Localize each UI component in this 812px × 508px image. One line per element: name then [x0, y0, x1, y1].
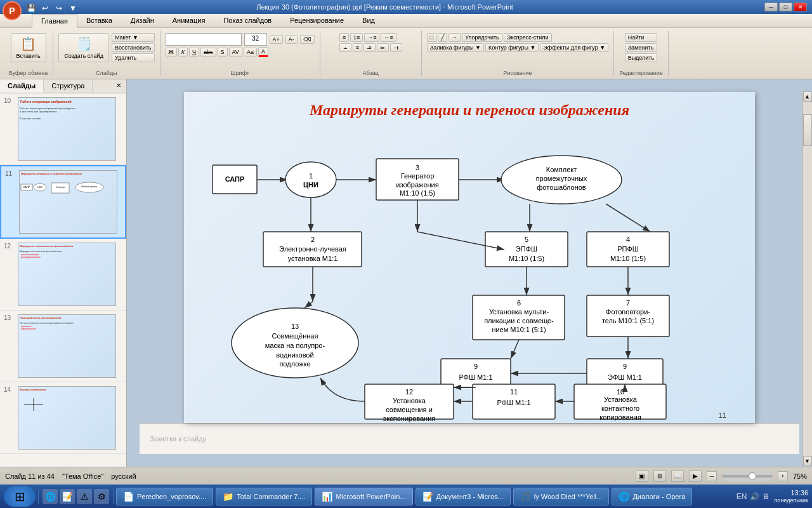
tab-slides[interactable]: Слайды — [0, 79, 44, 93]
tab-home[interactable]: Главная — [32, 14, 77, 28]
font-color-button[interactable]: A — [258, 47, 268, 57]
office-button[interactable]: P — [3, 1, 22, 20]
svg-text:7: 7 — [626, 299, 630, 307]
find-button[interactable]: Найти — [625, 33, 658, 42]
restore-button[interactable]: Восстановить — [112, 43, 155, 52]
reading-view-btn[interactable]: 📖 — [671, 471, 684, 482]
ql-settings[interactable]: ⚙ — [94, 489, 109, 504]
svg-text:нием М10:1 (5:1): нием М10:1 (5:1) — [492, 326, 546, 333]
slide-thumb-11[interactable]: 11 Маршруты генерации и переноса изображ… — [0, 165, 126, 239]
indent-right-button[interactable]: →≡ — [364, 33, 379, 42]
slide-title: Маршруты генерации и переноса изображени… — [197, 102, 742, 119]
tab-animation[interactable]: Анимация — [164, 14, 215, 27]
bold-button[interactable]: Ж — [166, 48, 177, 57]
tab-structure[interactable]: Структура — [44, 79, 93, 93]
taskbar-item-music[interactable]: 🎵 ly Wood Died ***Yell... — [513, 488, 610, 505]
tab-insert[interactable]: Вставка — [77, 14, 122, 27]
strikethrough-button[interactable]: аbc — [200, 48, 216, 57]
font-family-selector[interactable] — [166, 33, 242, 46]
columns-button[interactable]: ⫣ — [390, 43, 402, 52]
maximize-button[interactable]: □ — [779, 3, 792, 11]
qa-redo[interactable]: ↪ — [53, 3, 65, 14]
start-button[interactable]: ⊞ — [4, 486, 36, 507]
qa-save[interactable]: 💾 — [25, 3, 37, 14]
align-left-button[interactable]: ⫠ — [339, 43, 351, 52]
tab-review[interactable]: Рецензирование — [281, 14, 353, 27]
window-title: Лекция 30 (Фотолитография).ppt [Режим со… — [5, 3, 764, 11]
font-size-selector[interactable]: 32 — [244, 33, 267, 46]
shape-arrow[interactable]: → — [449, 33, 461, 42]
titlebar: P 💾 ↩ ↪ ▼ Лекция 30 (Фотолитография).ppt… — [0, 0, 812, 14]
slide-area[interactable]: Маршруты генерации и переноса изображени… — [127, 79, 812, 467]
case-button[interactable]: Aa — [244, 48, 257, 57]
clear-format[interactable]: ⌫ — [300, 35, 315, 44]
align-center-button[interactable]: ≡ — [353, 43, 362, 52]
quick-styles-button[interactable]: Экспресс-стили — [504, 33, 552, 42]
taskbar-item-powerpoint[interactable]: 📊 Microsoft PowerPoin... — [315, 488, 412, 505]
shadow-button[interactable]: S — [218, 48, 228, 57]
system-clock[interactable]: 13:36 понедельник — [775, 488, 809, 505]
scroll-up[interactable]: ▲ — [803, 91, 812, 102]
ql-warning[interactable]: ⚠ — [77, 489, 92, 504]
slide-thumb-10[interactable]: 10 Работа генератора изображений Работа … — [0, 93, 126, 165]
shape-fill-button[interactable]: Заливка фигуры ▼ — [427, 43, 484, 52]
slide-thumb-13[interactable]: 13 Разновидности фотошаблонов По техноло… — [0, 311, 126, 382]
ql-ie[interactable]: 🌐 — [43, 489, 58, 504]
layout-button[interactable]: Макет ▼ — [112, 33, 155, 42]
tray-lang[interactable]: EN — [737, 492, 747, 501]
panel-close-button[interactable]: ✕ — [111, 79, 126, 93]
shape-effects-button[interactable]: Эффекты для фигур ▼ — [540, 43, 608, 52]
minimize-button[interactable]: ─ — [764, 3, 778, 11]
arrange-button[interactable]: Упорядочить — [462, 33, 502, 42]
close-button[interactable]: ✕ — [794, 3, 807, 11]
shape-rect[interactable]: □ — [427, 33, 436, 42]
indent-left-button[interactable]: ←≡ — [381, 33, 396, 42]
vertical-scrollbar[interactable]: ▲ ▼ — [802, 91, 812, 466]
tray-network[interactable]: 🖥 — [762, 492, 769, 501]
align-right-button[interactable]: ⫡ — [363, 43, 376, 52]
slide-thumb-14[interactable]: 14 Фигуры совмещения — [0, 382, 126, 454]
qa-undo[interactable]: ↩ — [39, 3, 51, 14]
qa-dropdown[interactable]: ▼ — [67, 3, 79, 14]
taskbar-item-perechen[interactable]: 📄 Perechen_voprosov.... — [116, 488, 213, 505]
normal-view-btn[interactable]: ▣ — [636, 471, 648, 482]
zoom-in-btn[interactable]: + — [778, 471, 788, 481]
delete-button[interactable]: Удалить — [112, 53, 155, 62]
font-size-increase[interactable]: A+ — [270, 35, 283, 44]
svg-text:подложке: подложке — [279, 360, 310, 368]
tab-design[interactable]: Дизайн — [122, 14, 164, 27]
zoom-slider[interactable] — [722, 471, 773, 481]
taskbar-item-opera[interactable]: 🌐 Диалоги - Opera — [612, 488, 692, 505]
justify-button[interactable]: ⫢ — [377, 43, 389, 52]
new-slide-button[interactable]: 🗒️ Создать слайд — [58, 33, 109, 62]
scroll-thumb[interactable] — [803, 114, 812, 146]
taskbar-item-totalcmd[interactable]: 📁 Total Commander 7.... — [216, 488, 312, 505]
taskbar-item-word[interactable]: 📝 Документ3 - Micros... — [416, 488, 511, 505]
svg-line-28 — [606, 204, 650, 232]
scroll-down[interactable]: ▼ — [803, 456, 812, 466]
slidesorter-view-btn[interactable]: ⊞ — [653, 471, 666, 482]
tab-view[interactable]: Вид — [353, 14, 384, 27]
numbered-list-button[interactable]: 1≡ — [350, 33, 363, 42]
paste-button[interactable]: 📋 Вставить — [11, 33, 46, 62]
slideshow-view-btn[interactable]: ▶ — [689, 471, 702, 482]
italic-button[interactable]: К — [178, 48, 188, 57]
underline-button[interactable]: Ч — [189, 48, 199, 57]
select-button[interactable]: Выделить — [625, 53, 658, 62]
shape-outline-button[interactable]: Контур фигуры ▼ — [485, 43, 539, 52]
bullet-list-button[interactable]: ≡ — [339, 33, 349, 42]
tray-icons: EN 🔊 🖥 — [737, 492, 769, 501]
replace-button[interactable]: Заменить — [625, 43, 658, 52]
zoom-out-btn[interactable]: ─ — [707, 471, 717, 481]
svg-text:Установка: Установка — [604, 396, 638, 403]
shape-line[interactable]: ╱ — [438, 33, 447, 42]
group-slides: 🗒️ Создать слайд Макет ▼ Восстановить Уд… — [53, 30, 160, 76]
notes-area[interactable]: Заметки к слайду — [140, 423, 799, 454]
char-spacing-button[interactable]: AV — [229, 48, 242, 57]
slide-thumb-12[interactable]: 12 Маршруты изготовления фотошаблона Мар… — [0, 239, 126, 311]
font-size-decrease[interactable]: A- — [285, 35, 298, 44]
main-content: Слайды Структура ✕ 10 Работа генератора … — [0, 79, 812, 467]
tray-volume[interactable]: 🔊 — [750, 492, 759, 501]
ql-word[interactable]: 📝 — [60, 489, 75, 504]
tab-slideshow[interactable]: Показ слайдов — [214, 14, 281, 27]
